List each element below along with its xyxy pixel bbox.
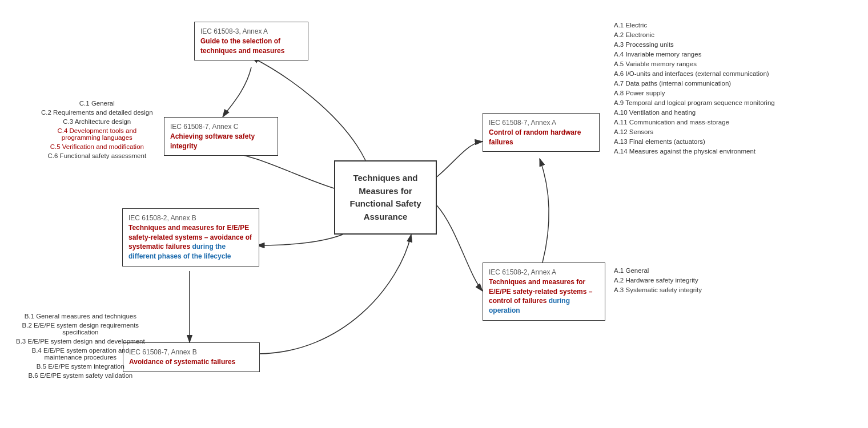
list-item-7a-a4: A.4 Invariable memory ranges xyxy=(614,51,775,58)
list-item-c6: C.6 Functional safety assessment xyxy=(41,152,153,159)
list-item-c3: C.3 Architecture design xyxy=(41,118,153,125)
list-annex7a: A.1 Electric A.2 Electronic A.3 Processi… xyxy=(614,22,775,158)
list-item-7a-a5: A.5 Variable memory ranges xyxy=(614,60,775,67)
center-box-title: Techniques and Measures for Functional S… xyxy=(349,172,421,223)
box-annex-2b-gray: IEC 61508-2, Annex B xyxy=(128,213,253,223)
list-item-b6: B.6 E/E/PE system safety validation xyxy=(16,372,145,379)
list-item-7a-a14: A.14 Measures against the physical envir… xyxy=(614,148,775,155)
list-item-7a-a10: A.10 Ventilation and heating xyxy=(614,109,775,116)
list-annex7c: C.1 General C.2 Requirements and detaile… xyxy=(41,100,153,161)
box-annex-3a-gray: IEC 61508-3, Annex A xyxy=(200,27,302,37)
box-annex-2b: IEC 61508-2, Annex B Techniques and meas… xyxy=(122,208,259,267)
list-item-7a-a2: A.2 Electronic xyxy=(614,31,775,38)
box-annex-7c-red: Achieving software safetyintegrity xyxy=(170,132,272,151)
list-item-b4: B.4 E/E/PE system operation andmaintenan… xyxy=(16,347,145,361)
list-item-7a-a8: A.8 Power supply xyxy=(614,90,775,96)
box-annex-2a: IEC 61508-2, Annex A Techniques and meas… xyxy=(483,263,605,321)
box-annex-7a: IEC 61508-7, Annex A Control of random h… xyxy=(483,113,600,152)
box-annex-7c-gray: IEC 61508-7, Annex C xyxy=(170,122,272,132)
list-item-2a-a1: A.1 General xyxy=(614,267,702,274)
list-item-7a-a6: A.6 I/O-units and interfaces (external c… xyxy=(614,70,775,77)
list-item-7a-a1: A.1 Electric xyxy=(614,22,775,29)
box-annex-7b-gray: IEC 61508-7, Annex B xyxy=(129,348,254,357)
list-item-7a-a12: A.12 Sensors xyxy=(614,128,775,135)
list-item-2a-a3: A.3 Systematic safety integrity xyxy=(614,286,702,293)
list-item-c5: C.5 Verification and modification xyxy=(41,143,153,150)
list-item-c2: C.2 Requirements and detailed design xyxy=(41,109,153,116)
list-item-7a-a11: A.11 Communication and mass-storage xyxy=(614,119,775,126)
box-annex-3a: IEC 61508-3, Annex A Guide to the select… xyxy=(194,22,308,60)
list-item-b1: B.1 General measures and techniques xyxy=(16,313,145,320)
box-annex-2a-gray: IEC 61508-2, Annex A xyxy=(489,268,599,277)
list-item-7a-a13: A.13 Final elements (actuators) xyxy=(614,138,775,145)
list-item-7a-a7: A.7 Data paths (internal communication) xyxy=(614,80,775,87)
list-item-7a-a9: A.9 Temporal and logical program sequenc… xyxy=(614,99,775,106)
box-annex-2b-red: Techniques and measures for E/E/PE safet… xyxy=(128,223,253,261)
list-item-7a-a3: A.3 Processing units xyxy=(614,41,775,48)
box-annex-7a-red: Control of random hardware failures xyxy=(489,128,593,147)
box-annex-7a-gray: IEC 61508-7, Annex A xyxy=(489,118,593,128)
list-item-c1: C.1 General xyxy=(41,100,153,107)
list-item-c4: C.4 Development tools andprogramming lan… xyxy=(41,127,153,141)
list-item-b2: B.2 E/E/PE system design requirementsspe… xyxy=(16,322,145,336)
list-item-b5: B.5 E/E/PE system integration xyxy=(16,363,145,370)
list-annex2a: A.1 General A.2 Hardware safety integrit… xyxy=(614,267,702,296)
box-annex-2a-red: Techniques and measures for E/E/PE safet… xyxy=(489,277,599,316)
box-annex-3a-red: Guide to the selection oftechniques and … xyxy=(200,37,302,56)
box-annex-7c: IEC 61508-7, Annex C Achieving software … xyxy=(164,117,278,156)
center-box: Techniques and Measures for Functional S… xyxy=(334,160,437,235)
list-item-b3: B.3 E/E/PE system design and development xyxy=(16,338,145,345)
box-annex-7b-red: Avoidance of systematic failures xyxy=(129,357,254,367)
diagram-container: Techniques and Measures for Functional S… xyxy=(0,0,868,428)
list-annex2b: B.1 General measures and techniques B.2 … xyxy=(16,313,145,381)
list-item-2a-a2: A.2 Hardware safety integrity xyxy=(614,277,702,284)
